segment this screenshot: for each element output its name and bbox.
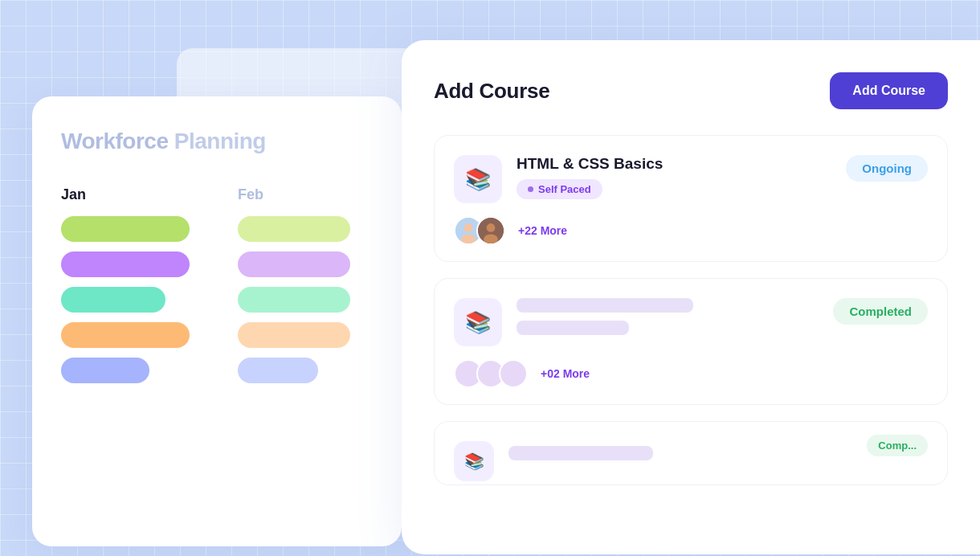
course-1-more: +22 More xyxy=(518,224,567,237)
course-2-bottom-row: +02 More xyxy=(454,359,928,388)
course-1-bottom-row: +22 More xyxy=(454,216,928,245)
workforce-title: Workforce Planning xyxy=(61,129,373,154)
course-2-name-placeholder-short xyxy=(517,321,629,335)
book-icon-1: 📚 xyxy=(465,167,491,192)
course-1-icon-wrap: 📚 xyxy=(454,155,502,203)
jan-bar-3 xyxy=(61,287,165,313)
workforce-title-light: Planning xyxy=(174,129,266,153)
feb-bar-2 xyxy=(238,251,350,277)
course-3-info xyxy=(508,441,928,468)
course-1-avatars xyxy=(454,216,505,245)
course-2-status: Completed xyxy=(833,298,928,325)
feb-bar-5 xyxy=(238,358,318,383)
course-item-3: 📚 Comp... xyxy=(434,421,948,485)
course-2-avatars xyxy=(454,359,528,388)
book-icon-3: 📚 xyxy=(464,452,484,471)
course-3-status: Comp... xyxy=(867,435,928,456)
course-2-icon-wrap: 📚 xyxy=(454,298,502,346)
avatar-2 xyxy=(476,216,505,245)
badge-label-1: Self Paced xyxy=(538,183,591,195)
add-course-card: Add Course Add Course 📚 HTML & CSS Basic… xyxy=(402,40,980,554)
avatar-circle-3 xyxy=(499,359,528,388)
book-icon-2: 📚 xyxy=(465,310,491,335)
course-3-icon-wrap: 📚 xyxy=(454,441,494,481)
svg-point-1 xyxy=(464,223,473,232)
course-1-badge: Self Paced xyxy=(517,179,602,199)
badge-dot-1 xyxy=(528,186,533,192)
workforce-title-bold: Workforce xyxy=(61,129,174,153)
jan-bar-4 xyxy=(61,322,190,348)
jan-label: Jan xyxy=(61,186,190,203)
add-course-button[interactable]: Add Course xyxy=(830,72,948,109)
workforce-planning-card: Workforce Planning Jan Feb xyxy=(32,96,402,546)
feb-column: Feb xyxy=(238,186,350,393)
course-1-status: Ongoing xyxy=(846,155,928,182)
svg-point-2 xyxy=(461,234,476,243)
feb-bar-1 xyxy=(238,216,350,242)
jan-bar-1 xyxy=(61,216,190,242)
feb-label: Feb xyxy=(238,186,350,203)
course-2-name-placeholder-long xyxy=(517,298,693,313)
jan-bar-5 xyxy=(61,358,149,383)
course-3-placeholder xyxy=(508,446,653,460)
svg-point-4 xyxy=(487,223,496,232)
feb-bar-3 xyxy=(238,287,350,313)
avatar-2-svg xyxy=(478,216,504,245)
feb-bar-4 xyxy=(238,322,350,348)
course-2-more: +02 More xyxy=(541,367,590,380)
card-title: Add Course xyxy=(434,79,549,104)
jan-column: Jan xyxy=(61,186,190,393)
months-row: Jan Feb xyxy=(61,186,373,393)
course-3-top-row: 📚 xyxy=(454,441,928,481)
course-item-2: 📚 Completed +02 More xyxy=(434,278,948,405)
jan-bar-2 xyxy=(61,251,190,277)
card-header: Add Course Add Course xyxy=(434,72,948,109)
course-item-1: 📚 HTML & CSS Basics Self Paced Ongoing xyxy=(434,135,948,262)
svg-point-5 xyxy=(484,234,498,243)
